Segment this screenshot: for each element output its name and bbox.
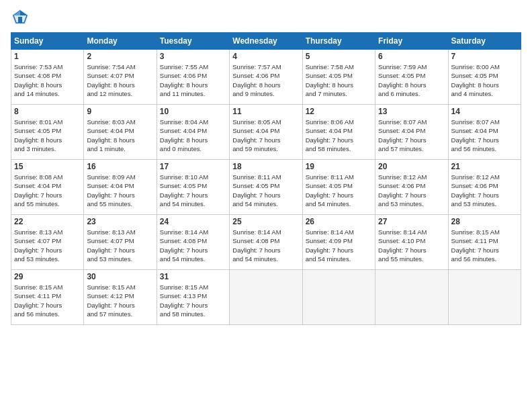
calendar-cell: 30Sunrise: 8:15 AMSunset: 4:12 PMDayligh… [84, 270, 157, 325]
day-info: Sunrise: 7:58 AMSunset: 4:05 PMDaylight:… [306, 62, 372, 98]
calendar-cell: 2Sunrise: 7:54 AMSunset: 4:07 PMDaylight… [84, 50, 157, 105]
weekday-monday: Monday [84, 33, 157, 50]
day-number: 3 [160, 52, 226, 61]
calendar-cell: 24Sunrise: 8:14 AMSunset: 4:08 PMDayligh… [157, 215, 229, 270]
day-number: 29 [14, 272, 81, 281]
day-info: Sunrise: 8:13 AMSunset: 4:07 PMDaylight:… [14, 228, 81, 263]
calendar-cell: 6Sunrise: 7:59 AMSunset: 4:05 PMDaylight… [375, 50, 448, 105]
calendar-cell [230, 270, 302, 325]
day-number: 14 [451, 107, 518, 116]
calendar-cell: 20Sunrise: 8:12 AMSunset: 4:06 PMDayligh… [375, 160, 448, 215]
day-number: 7 [451, 52, 518, 61]
calendar-cell: 31Sunrise: 8:15 AMSunset: 4:13 PMDayligh… [157, 270, 229, 325]
day-number: 25 [232, 217, 299, 226]
day-number: 2 [87, 52, 153, 61]
calendar-week-1: 1Sunrise: 7:53 AMSunset: 4:08 PMDaylight… [11, 50, 521, 105]
calendar-cell: 29Sunrise: 8:15 AMSunset: 4:11 PMDayligh… [11, 270, 84, 325]
calendar-cell: 18Sunrise: 8:11 AMSunset: 4:05 PMDayligh… [230, 160, 302, 215]
day-info: Sunrise: 8:00 AMSunset: 4:05 PMDaylight:… [451, 62, 518, 98]
day-number: 31 [160, 272, 226, 281]
weekday-thursday: Thursday [302, 33, 375, 50]
day-info: Sunrise: 8:15 AMSunset: 4:11 PMDaylight:… [451, 228, 518, 263]
day-number: 22 [14, 217, 81, 226]
day-info: Sunrise: 8:09 AMSunset: 4:04 PMDaylight:… [87, 173, 153, 208]
day-number: 13 [378, 107, 445, 116]
day-number: 12 [306, 107, 372, 116]
day-info: Sunrise: 8:10 AMSunset: 4:05 PMDaylight:… [160, 173, 226, 208]
calendar-cell: 5Sunrise: 7:58 AMSunset: 4:05 PMDaylight… [302, 50, 375, 105]
calendar-cell [448, 270, 521, 325]
calendar-cell: 26Sunrise: 8:14 AMSunset: 4:09 PMDayligh… [302, 215, 375, 270]
day-info: Sunrise: 8:11 AMSunset: 4:05 PMDaylight:… [232, 173, 299, 208]
calendar-cell: 13Sunrise: 8:07 AMSunset: 4:04 PMDayligh… [375, 105, 448, 160]
day-number: 6 [378, 52, 445, 61]
day-info: Sunrise: 8:06 AMSunset: 4:04 PMDaylight:… [306, 118, 372, 153]
calendar-cell: 25Sunrise: 8:14 AMSunset: 4:08 PMDayligh… [230, 215, 302, 270]
svg-rect-4 [18, 17, 22, 23]
day-info: Sunrise: 8:15 AMSunset: 4:13 PMDaylight:… [160, 283, 226, 318]
day-number: 1 [14, 52, 81, 61]
calendar-cell: 16Sunrise: 8:09 AMSunset: 4:04 PMDayligh… [84, 160, 157, 215]
calendar-cell: 19Sunrise: 8:11 AMSunset: 4:05 PMDayligh… [302, 160, 375, 215]
calendar-cell: 10Sunrise: 8:04 AMSunset: 4:04 PMDayligh… [157, 105, 229, 160]
page: SundayMondayTuesdayWednesdayThursdayFrid… [0, 0, 532, 411]
calendar-cell [375, 270, 448, 325]
weekday-wednesday: Wednesday [230, 33, 302, 50]
day-info: Sunrise: 7:55 AMSunset: 4:06 PMDaylight:… [160, 62, 226, 98]
calendar-cell: 1Sunrise: 7:53 AMSunset: 4:08 PMDaylight… [11, 50, 84, 105]
day-info: Sunrise: 8:15 AMSunset: 4:11 PMDaylight:… [14, 283, 81, 318]
header [11, 8, 521, 27]
day-number: 30 [87, 272, 153, 281]
day-number: 28 [451, 217, 518, 226]
day-number: 11 [232, 107, 299, 116]
logo-icon [11, 8, 30, 27]
calendar-cell: 8Sunrise: 8:01 AMSunset: 4:05 PMDaylight… [11, 105, 84, 160]
day-info: Sunrise: 8:14 AMSunset: 4:10 PMDaylight:… [378, 228, 445, 263]
calendar-week-5: 29Sunrise: 8:15 AMSunset: 4:11 PMDayligh… [11, 270, 521, 325]
calendar-cell: 27Sunrise: 8:14 AMSunset: 4:10 PMDayligh… [375, 215, 448, 270]
calendar-cell: 3Sunrise: 7:55 AMSunset: 4:06 PMDaylight… [157, 50, 229, 105]
day-number: 5 [306, 52, 372, 61]
calendar-table: SundayMondayTuesdayWednesdayThursdayFrid… [11, 32, 521, 325]
day-info: Sunrise: 8:01 AMSunset: 4:05 PMDaylight:… [14, 118, 81, 153]
day-info: Sunrise: 7:54 AMSunset: 4:07 PMDaylight:… [87, 62, 153, 98]
day-number: 24 [160, 217, 226, 226]
day-number: 20 [378, 162, 445, 171]
weekday-saturday: Saturday [448, 33, 521, 50]
day-info: Sunrise: 8:05 AMSunset: 4:04 PMDaylight:… [232, 118, 299, 153]
day-number: 8 [14, 107, 81, 116]
day-number: 27 [378, 217, 445, 226]
calendar-cell: 15Sunrise: 8:08 AMSunset: 4:04 PMDayligh… [11, 160, 84, 215]
calendar-cell: 9Sunrise: 8:03 AMSunset: 4:04 PMDaylight… [84, 105, 157, 160]
day-number: 15 [14, 162, 81, 171]
logo [11, 8, 32, 27]
day-info: Sunrise: 8:07 AMSunset: 4:04 PMDaylight:… [378, 118, 445, 153]
day-number: 16 [87, 162, 153, 171]
day-number: 17 [160, 162, 226, 171]
calendar-week-4: 22Sunrise: 8:13 AMSunset: 4:07 PMDayligh… [11, 215, 521, 270]
day-info: Sunrise: 7:57 AMSunset: 4:06 PMDaylight:… [232, 62, 299, 98]
day-number: 10 [160, 107, 226, 116]
calendar-cell: 21Sunrise: 8:12 AMSunset: 4:06 PMDayligh… [448, 160, 521, 215]
day-number: 4 [232, 52, 299, 61]
calendar-week-2: 8Sunrise: 8:01 AMSunset: 4:05 PMDaylight… [11, 105, 521, 160]
day-info: Sunrise: 8:12 AMSunset: 4:06 PMDaylight:… [378, 173, 445, 208]
day-number: 21 [451, 162, 518, 171]
calendar-week-3: 15Sunrise: 8:08 AMSunset: 4:04 PMDayligh… [11, 160, 521, 215]
day-info: Sunrise: 8:14 AMSunset: 4:08 PMDaylight:… [232, 228, 299, 263]
day-info: Sunrise: 8:14 AMSunset: 4:08 PMDaylight:… [160, 228, 226, 263]
day-info: Sunrise: 8:13 AMSunset: 4:07 PMDaylight:… [87, 228, 153, 263]
calendar-cell [302, 270, 375, 325]
day-info: Sunrise: 8:12 AMSunset: 4:06 PMDaylight:… [451, 173, 518, 208]
day-info: Sunrise: 8:08 AMSunset: 4:04 PMDaylight:… [14, 173, 81, 208]
calendar-cell: 17Sunrise: 8:10 AMSunset: 4:05 PMDayligh… [157, 160, 229, 215]
calendar-cell: 22Sunrise: 8:13 AMSunset: 4:07 PMDayligh… [11, 215, 84, 270]
day-info: Sunrise: 7:53 AMSunset: 4:08 PMDaylight:… [14, 62, 81, 98]
day-number: 26 [306, 217, 372, 226]
day-number: 23 [87, 217, 153, 226]
weekday-friday: Friday [375, 33, 448, 50]
calendar-cell: 11Sunrise: 8:05 AMSunset: 4:04 PMDayligh… [230, 105, 302, 160]
day-info: Sunrise: 8:04 AMSunset: 4:04 PMDaylight:… [160, 118, 226, 153]
day-info: Sunrise: 8:03 AMSunset: 4:04 PMDaylight:… [87, 118, 153, 153]
day-number: 9 [87, 107, 153, 116]
